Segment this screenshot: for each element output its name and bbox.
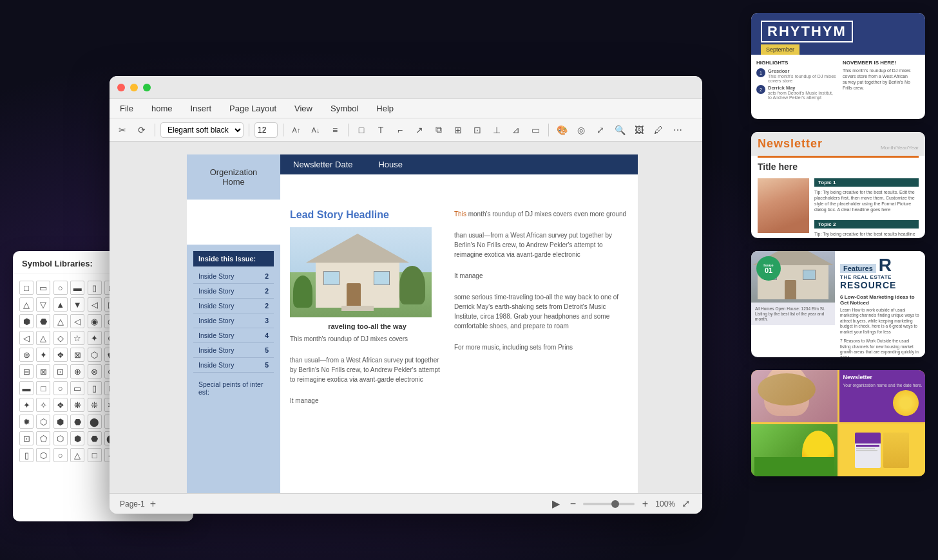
symbol-item[interactable]: ❖ (53, 348, 68, 362)
symbol-item[interactable]: ⊡ (19, 431, 34, 445)
font-up-button[interactable]: A↑ (289, 122, 304, 138)
symbol-item[interactable]: ⬣ (70, 415, 84, 429)
symbol-item[interactable]: ○ (53, 281, 68, 295)
symbol-item[interactable]: ❋ (70, 398, 84, 412)
menu-file[interactable]: File (117, 102, 136, 115)
border-button[interactable]: □ (354, 122, 369, 138)
template-newsletter[interactable]: Newsletter Month/Year/Year Title here To… (751, 132, 925, 238)
symbol-item[interactable]: ⬢ (70, 431, 84, 445)
curve-button[interactable]: ⌐ (392, 122, 408, 138)
symbol-item[interactable]: ◇ (53, 331, 68, 345)
symbol-item[interactable]: ⬣ (88, 431, 102, 445)
symbol-item[interactable]: ✧ (36, 398, 50, 412)
symbol-item[interactable]: ✦ (19, 398, 34, 412)
symbol-item[interactable]: ⬡ (88, 348, 102, 362)
minimize-button[interactable] (130, 84, 138, 91)
symbol-item[interactable]: ⬠ (36, 431, 50, 445)
symbol-item[interactable]: △ (70, 448, 84, 462)
menu-insert[interactable]: Insert (187, 102, 214, 115)
symbol-item[interactable]: ⬢ (53, 415, 68, 429)
flip-button[interactable]: ⊿ (508, 122, 524, 138)
symbol-item[interactable]: ❊ (88, 398, 102, 412)
symbol-item[interactable]: ⊗ (88, 364, 102, 378)
symbol-item[interactable]: □ (88, 448, 102, 462)
font-down-button[interactable]: A↓ (308, 122, 323, 138)
symbol-item[interactable]: ❖ (53, 398, 68, 412)
paint-fill-button[interactable]: 🎨 (554, 122, 570, 138)
zoom-out-button[interactable]: − (566, 498, 579, 510)
sidebar-story-label: Inside Story (198, 287, 234, 295)
zoom-in-button[interactable]: + (638, 498, 651, 510)
search-button[interactable]: 🔍 (612, 122, 627, 138)
symbol-item[interactable]: ⊜ (19, 348, 34, 362)
symbol-item[interactable]: ▲ (53, 297, 68, 312)
menu-view[interactable]: View (292, 102, 315, 115)
symbol-item[interactable]: ⊡ (53, 364, 68, 378)
menu-page-layout[interactable]: Page Layout (227, 102, 279, 115)
circle-tool-button[interactable]: ◎ (573, 122, 589, 138)
cut-button[interactable]: ✂ (115, 122, 130, 138)
symbol-item[interactable]: ▯ (88, 381, 102, 395)
fit-page-button[interactable]: ⤢ (679, 498, 692, 510)
symbol-item[interactable]: ▭ (70, 381, 84, 395)
symbol-item[interactable]: ⊠ (36, 364, 50, 378)
menu-home[interactable]: home (149, 102, 175, 115)
symbol-item[interactable]: ▯ (19, 448, 34, 462)
symbol-item[interactable]: ☆ (70, 331, 84, 345)
zoom-slider[interactable] (583, 503, 635, 505)
menu-help[interactable]: Help (374, 102, 396, 115)
symbol-item[interactable]: ▯ (88, 281, 102, 295)
symbol-item[interactable]: ⬤ (88, 415, 102, 429)
symbol-item[interactable]: □ (36, 381, 50, 395)
symbol-item[interactable]: ◁ (88, 297, 102, 312)
symbol-item[interactable]: ⊟ (19, 364, 34, 378)
symbol-item[interactable]: ⬢ (19, 314, 34, 328)
symbol-item[interactable]: △ (19, 297, 34, 312)
symbol-item[interactable]: ○ (53, 448, 68, 462)
symbol-item[interactable]: △ (53, 314, 68, 328)
menu-symbol[interactable]: Symbol (328, 102, 361, 115)
symbol-item[interactable]: ⬡ (53, 431, 68, 445)
template-rhythym[interactable]: RHYTHYM September HIGHLIGHTS 1 Gresdosr … (751, 13, 925, 119)
grid-button[interactable]: ⊡ (470, 122, 485, 138)
template-yellow-purple[interactable]: Newsletter Your organization name and th… (751, 370, 925, 476)
symbol-item[interactable]: ✹ (19, 415, 34, 429)
font-size-input[interactable] (254, 122, 278, 138)
symbol-item[interactable]: ▬ (19, 381, 34, 395)
close-button[interactable] (117, 84, 125, 91)
symbol-item[interactable]: ⊠ (70, 348, 84, 362)
symbol-item[interactable]: ⬡ (36, 448, 50, 462)
image-button[interactable]: ⊞ (450, 122, 466, 138)
symbol-item[interactable]: △ (36, 331, 50, 345)
layers-button[interactable]: ⧉ (431, 122, 446, 138)
more-button[interactable]: ⋯ (670, 122, 685, 138)
color-pick-button[interactable]: 🖊 (651, 122, 666, 138)
rect-button[interactable]: ▭ (528, 122, 543, 138)
symbol-item[interactable]: ▬ (70, 281, 84, 295)
symbol-item[interactable]: ⬣ (36, 314, 50, 328)
align-v-button[interactable]: ⊥ (489, 122, 504, 138)
resize-button[interactable]: ⤢ (593, 122, 608, 138)
text-button[interactable]: T (373, 122, 388, 138)
play-button[interactable]: ▶ (550, 498, 562, 510)
symbol-item[interactable]: ✦ (36, 348, 50, 362)
font-select[interactable]: Elegant soft black (160, 122, 244, 138)
symbol-item[interactable]: ◁ (19, 331, 34, 345)
arrow-button[interactable]: ↗ (412, 122, 427, 138)
image2-button[interactable]: 🖼 (631, 122, 647, 138)
symbol-item[interactable]: ◉ (88, 314, 102, 328)
paint-button[interactable]: ⟳ (134, 122, 149, 138)
add-page-button[interactable]: + (150, 498, 156, 510)
symbol-item[interactable]: ✦ (88, 331, 102, 345)
symbol-item[interactable]: □ (19, 281, 34, 295)
maximize-button[interactable] (143, 84, 151, 91)
symbol-item[interactable]: ▭ (36, 281, 50, 295)
symbol-item[interactable]: ◁ (70, 314, 84, 328)
align-button[interactable]: ≡ (327, 122, 343, 138)
symbol-item[interactable]: ⬡ (36, 415, 50, 429)
template-real-estate[interactable]: Issue 01 All Homes Open House: 1234 Elm … (751, 251, 925, 357)
symbol-item[interactable]: ▼ (70, 297, 84, 312)
symbol-item[interactable]: ⊕ (70, 364, 84, 378)
symbol-item[interactable]: ▽ (36, 297, 50, 312)
symbol-item[interactable]: ○ (53, 381, 68, 395)
